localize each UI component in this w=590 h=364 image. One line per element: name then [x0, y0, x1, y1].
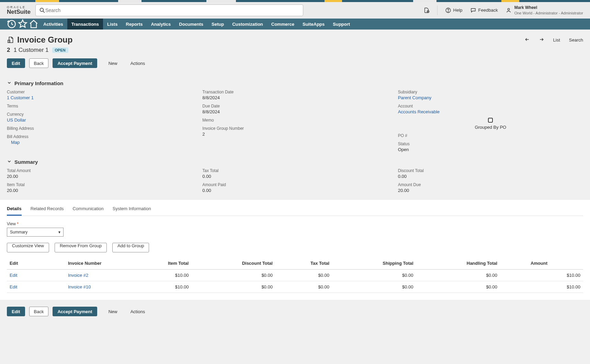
home-icon[interactable] — [28, 19, 39, 30]
account-link[interactable]: Accounts Receivable — [398, 109, 583, 114]
favorite-icon[interactable] — [17, 19, 28, 30]
next-record-arrow[interactable] — [539, 37, 544, 43]
col-amount[interactable]: Amount — [500, 257, 549, 270]
svg-point-5 — [508, 8, 509, 10]
chevron-down-icon — [7, 80, 12, 86]
col-edit[interactable]: Edit — [7, 257, 65, 270]
tab-container: Details Related Records Communication Sy… — [0, 200, 590, 300]
col-shipping-total[interactable]: Shipping Total — [332, 257, 416, 270]
search-input[interactable] — [45, 8, 299, 13]
nav-support[interactable]: Support — [329, 19, 354, 30]
transaction-date-label: Transaction Date — [202, 90, 387, 94]
search-link[interactable]: Search — [569, 37, 583, 43]
list-link[interactable]: List — [553, 37, 560, 43]
accept-payment-button[interactable]: Accept Payment — [53, 58, 97, 68]
nav-customization[interactable]: Customization — [228, 19, 267, 30]
status-label: Status — [398, 141, 583, 146]
new-button[interactable]: New — [104, 58, 122, 68]
record-id: 2 — [7, 47, 10, 54]
row-discount-total: $0.00 — [191, 281, 275, 293]
nav-commerce[interactable]: Commerce — [267, 19, 298, 30]
actions-button-bottom[interactable]: Actions — [126, 307, 150, 316]
account-label: Account — [398, 104, 583, 109]
col-handling-total[interactable]: Handling Total — [416, 257, 500, 270]
subsidiary-label: Subsidiary — [398, 90, 583, 94]
summary-title: Summary — [14, 159, 38, 165]
nav-reports[interactable]: Reports — [122, 19, 147, 30]
help-link[interactable]: Help — [445, 7, 463, 13]
row-edit-link[interactable]: Edit — [10, 273, 17, 278]
prev-record-arrow[interactable] — [524, 37, 530, 43]
user-menu[interactable]: Mark Wheel One World - Administrator - A… — [506, 5, 583, 15]
row-amount — [500, 281, 549, 293]
nav-lists[interactable]: Lists — [103, 19, 122, 30]
memo-label: Memo — [202, 118, 387, 123]
col-item-total[interactable]: Item Total — [131, 257, 191, 270]
action-buttons-top: Edit Back Accept Payment New Actions — [0, 55, 590, 75]
create-new-icon[interactable] — [423, 7, 430, 13]
nav-suiteapps[interactable]: SuiteApps — [298, 19, 329, 30]
item-total-label: Item Total — [7, 182, 192, 187]
row-amount-value: $10.00 — [549, 281, 583, 293]
recent-records-icon[interactable] — [6, 19, 17, 30]
remove-from-group-button[interactable]: Remove From Group — [55, 243, 107, 252]
grouped-by-po-checkbox[interactable] — [488, 118, 493, 123]
row-item-total: $10.00 — [131, 281, 191, 293]
edit-button-bottom[interactable]: Edit — [7, 307, 25, 316]
col-tax-total[interactable]: Tax Total — [275, 257, 332, 270]
feedback-link[interactable]: Feedback — [470, 7, 498, 13]
summary-section: Summary Total Amount 20.00 Item Total 20… — [0, 153, 590, 194]
row-invoice-link[interactable]: Invoice #2 — [68, 273, 88, 278]
dropdown-caret-icon: ▾ — [58, 230, 60, 235]
global-search[interactable] — [35, 4, 303, 16]
nav-transactions[interactable]: Transactions — [67, 19, 103, 30]
tax-total-value: 0.00 — [202, 174, 387, 179]
currency-label: Currency — [7, 112, 192, 117]
add-to-group-button[interactable]: Add to Group — [112, 243, 149, 252]
record-customer: 1 Customer 1 — [13, 47, 48, 54]
nav-setup[interactable]: Setup — [207, 19, 228, 30]
tab-details[interactable]: Details — [7, 204, 22, 216]
search-icon — [39, 7, 45, 13]
nav-analytics[interactable]: Analytics — [147, 19, 175, 30]
col-invoice-number[interactable]: Invoice Number — [65, 257, 131, 270]
row-discount-total: $0.00 — [191, 270, 275, 281]
logo-netsuite: NetSuite — [7, 9, 31, 15]
actions-button[interactable]: Actions — [126, 58, 150, 68]
col-discount-total[interactable]: Discount Total — [191, 257, 275, 270]
row-invoice-link[interactable]: Invoice #10 — [68, 284, 91, 289]
nav-activities[interactable]: Activities — [39, 19, 67, 30]
accept-payment-button-bottom[interactable]: Accept Payment — [53, 307, 97, 316]
row-shipping-total: $0.00 — [332, 281, 416, 293]
invoices-table: Edit Invoice Number Item Total Discount … — [7, 257, 583, 293]
terms-label: Terms — [7, 104, 192, 109]
view-select[interactable]: Summary ▾ — [7, 228, 64, 237]
back-button[interactable]: Back — [29, 58, 49, 68]
customer-link[interactable]: 1 Customer 1 — [7, 95, 192, 100]
row-edit-link[interactable]: Edit — [10, 284, 17, 289]
grouped-by-po-field: Grouped By PO — [398, 118, 583, 130]
status-badge: OPEN — [52, 47, 68, 53]
subsidiary-link[interactable]: Parent Company — [398, 95, 583, 100]
tab-related-records[interactable]: Related Records — [31, 204, 64, 216]
map-link[interactable]: Map — [11, 140, 192, 145]
discount-total-label: Discount Total — [398, 168, 583, 173]
tab-communication[interactable]: Communication — [72, 204, 103, 216]
tab-system-information[interactable]: System Information — [113, 204, 151, 216]
help-icon — [445, 7, 451, 13]
currency-link[interactable]: US Dollar — [7, 117, 192, 123]
nav-documents[interactable]: Documents — [175, 19, 207, 30]
row-item-total: $10.00 — [131, 270, 191, 281]
due-date-value: 8/8/2024 — [202, 109, 387, 114]
chevron-down-icon — [7, 159, 12, 165]
new-button-bottom[interactable]: New — [104, 307, 122, 316]
amount-paid-value: 0.00 — [202, 188, 387, 193]
summary-toggle[interactable]: Summary — [7, 159, 583, 165]
row-handling-total: $0.00 — [416, 281, 500, 293]
customize-view-button[interactable]: Customize View — [7, 243, 49, 252]
status-value: Open — [398, 147, 583, 152]
edit-button[interactable]: Edit — [7, 58, 25, 68]
primary-info-toggle[interactable]: Primary Information — [7, 80, 583, 86]
back-button-bottom[interactable]: Back — [29, 307, 49, 316]
svg-point-4 — [448, 11, 448, 12]
